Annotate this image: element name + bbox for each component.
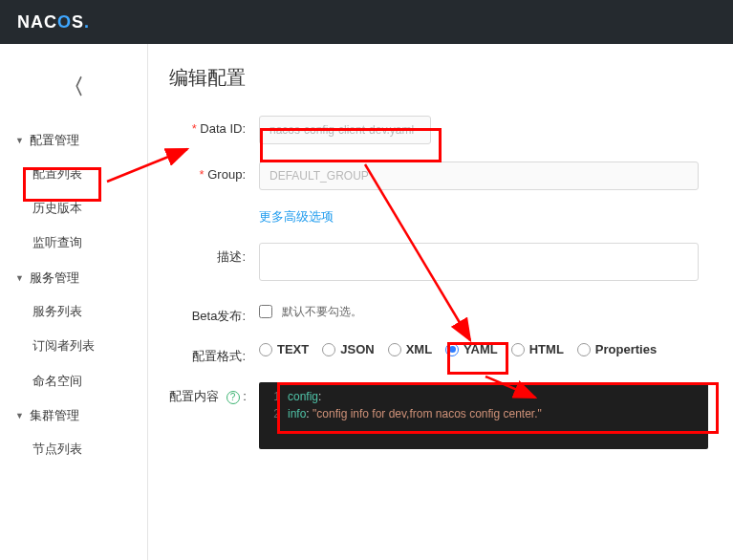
sidebar-item-config-list[interactable]: 配置列表	[0, 157, 147, 191]
sidebar: 〈 ▼ 配置管理 配置列表 历史版本 监听查询 ▼ 服务管理 服务列表 订阅者列…	[0, 44, 148, 560]
content-label: 配置内容 ? :	[169, 382, 246, 405]
sidebar-item-listen[interactable]: 监听查询	[0, 226, 147, 260]
caret-down-icon: ▼	[15, 136, 24, 145]
sidebar-group-config[interactable]: ▼ 配置管理	[0, 122, 147, 157]
sidebar-group-cluster[interactable]: ▼ 集群管理	[0, 398, 147, 432]
page-title: 编辑配置	[169, 65, 708, 91]
help-icon[interactable]: ?	[226, 391, 240, 404]
sidebar-group-label: 配置管理	[30, 132, 79, 149]
sidebar-item-label: 订阅者列表	[32, 338, 95, 353]
sidebar-group-label: 服务管理	[30, 269, 79, 287]
format-option-text[interactable]: TEXT	[259, 342, 309, 356]
topbar: NACOS.	[0, 0, 733, 44]
beta-label: Beta发布:	[169, 302, 246, 325]
caret-down-icon: ▼	[15, 273, 24, 283]
desc-input[interactable]	[259, 243, 699, 281]
caret-down-icon: ▼	[15, 411, 24, 420]
sidebar-item-label: 监听查询	[32, 235, 82, 249]
format-option-yaml[interactable]: YAML	[445, 342, 498, 356]
brand-logo: NACOS.	[17, 12, 90, 32]
sidebar-group-namespace[interactable]: 命名空间	[0, 363, 147, 398]
radio-label: HTML	[529, 342, 564, 356]
sidebar-group-label: 命名空间	[32, 373, 82, 390]
desc-label: 描述:	[169, 243, 246, 266]
format-option-json[interactable]: JSON	[322, 342, 374, 356]
sidebar-group-label: 集群管理	[30, 407, 79, 424]
main-panel: 编辑配置 Data ID: Group: 更多高级选项 描述:	[148, 44, 733, 560]
radio-label: XML	[406, 342, 432, 356]
format-option-xml[interactable]: XML	[388, 342, 432, 356]
radio-label: JSON	[340, 342, 374, 356]
radio-icon	[388, 343, 401, 356]
radio-label: TEXT	[277, 342, 309, 356]
code-editor[interactable]: 12 config: info: "config info for dev,fr…	[259, 382, 708, 449]
sidebar-item-label: 节点列表	[32, 442, 82, 456]
radio-icon	[445, 343, 459, 356]
sidebar-group-service[interactable]: ▼ 服务管理	[0, 260, 147, 294]
sidebar-item-label: 配置列表	[32, 166, 82, 181]
sidebar-item-subscribers[interactable]: 订阅者列表	[0, 329, 147, 363]
format-option-html[interactable]: HTML	[511, 342, 564, 356]
format-label: 配置格式:	[169, 342, 246, 365]
data-id-input[interactable]	[259, 116, 431, 144]
sidebar-item-history[interactable]: 历史版本	[0, 191, 147, 226]
advanced-options-link[interactable]: 更多高级选项	[259, 209, 334, 224]
data-id-label: Data ID:	[169, 116, 246, 136]
radio-icon	[259, 343, 272, 356]
chevron-left-icon: 〈	[63, 73, 84, 101]
sidebar-item-label: 服务列表	[32, 304, 82, 318]
sidebar-item-label: 历史版本	[32, 201, 82, 215]
radio-icon	[577, 343, 591, 356]
radio-icon	[511, 343, 525, 356]
beta-checkbox[interactable]	[259, 305, 272, 318]
sidebar-item-service-list[interactable]: 服务列表	[0, 294, 147, 329]
group-input[interactable]	[259, 162, 699, 190]
format-option-properties[interactable]: Properties	[577, 342, 657, 356]
radio-label: YAML	[464, 342, 498, 356]
sidebar-item-nodes[interactable]: 节点列表	[0, 432, 147, 466]
back-button[interactable]: 〈	[0, 73, 147, 101]
beta-hint: 默认不要勾选。	[282, 305, 362, 318]
radio-label: Properties	[595, 342, 657, 356]
group-label: Group:	[169, 162, 246, 182]
radio-icon	[322, 343, 335, 356]
